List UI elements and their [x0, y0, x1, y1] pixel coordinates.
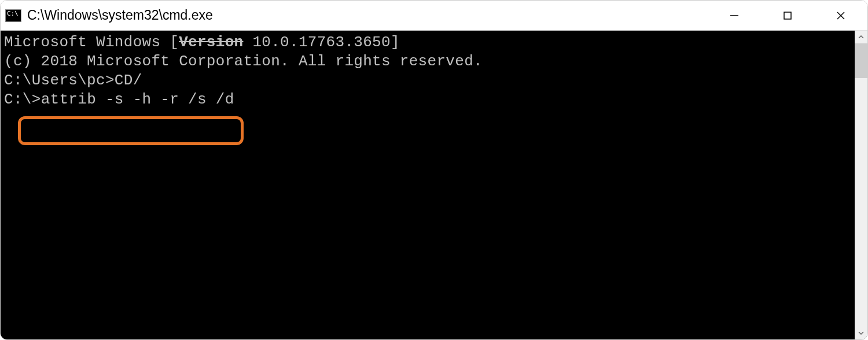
cmd-window: C:\ C:\Windows\system32\cmd.exe	[0, 0, 868, 340]
cmd-app-icon: C:\	[5, 9, 21, 23]
terminal-line-copyright: (c) 2018 Microsoft Corporation. All righ…	[4, 52, 851, 71]
terminal-line-prompt2: C:\>attrib -s -h -r /s /d	[4, 90, 851, 109]
command-text: attrib -s -h -r /s /d	[41, 91, 234, 108]
titlebar[interactable]: C:\ C:\Windows\system32\cmd.exe	[1, 1, 867, 31]
scroll-thumb[interactable]	[855, 43, 867, 78]
close-icon	[835, 10, 847, 21]
window-controls	[708, 1, 867, 30]
svg-rect-1	[784, 12, 791, 19]
command-text: CD/	[115, 72, 142, 89]
terminal-content[interactable]: Microsoft Windows [Version 10.0.17763.36…	[1, 31, 855, 339]
maximize-icon	[782, 10, 793, 21]
terminal-area[interactable]: Microsoft Windows [Version 10.0.17763.36…	[1, 31, 867, 339]
terminal-line-prompt1: C:\Users\pc>CD/	[4, 71, 851, 90]
chevron-up-icon	[858, 34, 865, 40]
vertical-scrollbar[interactable]	[855, 31, 867, 339]
prompt-text: C:\>	[4, 91, 41, 108]
minimize-icon	[729, 10, 740, 21]
scroll-down-button[interactable]	[855, 327, 867, 339]
terminal-line-header: Microsoft Windows [Version 10.0.17763.36…	[4, 33, 851, 52]
scroll-track[interactable]	[855, 43, 867, 327]
window-title: C:\Windows\system32\cmd.exe	[27, 8, 708, 23]
close-button[interactable]	[814, 1, 867, 30]
scroll-up-button[interactable]	[855, 31, 867, 43]
version-label: Version	[179, 34, 243, 51]
minimize-button[interactable]	[708, 1, 761, 30]
chevron-down-icon	[858, 330, 865, 337]
prompt-text: C:\Users\pc>	[4, 72, 115, 89]
maximize-button[interactable]	[761, 1, 814, 30]
